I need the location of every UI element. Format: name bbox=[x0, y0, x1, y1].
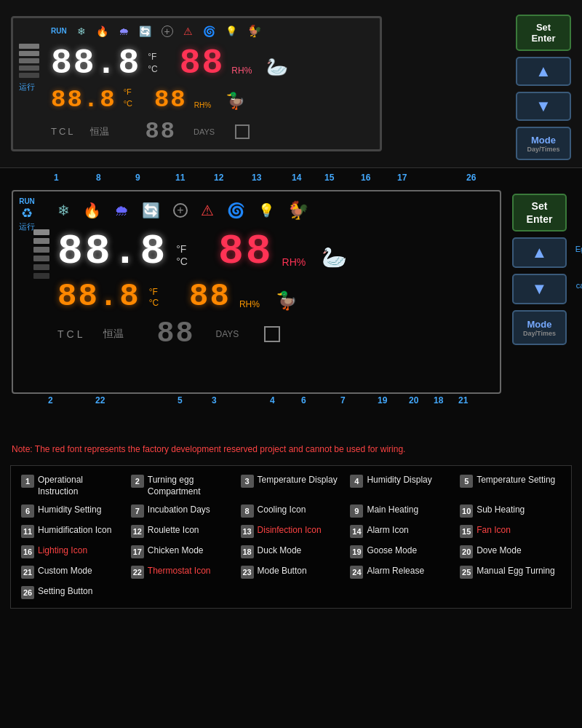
mode-button-top[interactable]: Mode Day/Times bbox=[516, 127, 571, 160]
legend-num-1: 1 bbox=[21, 475, 34, 488]
legend-item-17: 17Chicken Mode bbox=[127, 542, 236, 561]
legend-text-9: Main Heating bbox=[367, 505, 418, 516]
up-arrow-icon: ▲ bbox=[535, 62, 551, 81]
down-button-diag[interactable]: ▼ bbox=[512, 274, 567, 304]
down-button-top[interactable]: ▼ bbox=[516, 92, 571, 121]
hengwen-label-top: 恒温 bbox=[90, 125, 109, 138]
num-label-22-bot: 22 bbox=[95, 395, 105, 405]
yunxing-diag: 运行 bbox=[19, 221, 35, 232]
legend-num-2: 2 bbox=[131, 475, 144, 488]
roulette-icon-diag: 🔄 bbox=[142, 202, 160, 219]
legend-item-10: 10Sub Heating bbox=[455, 502, 565, 521]
num-label-4-bot: 4 bbox=[270, 395, 275, 405]
diag-icons-row: ❄ 🔥 🌧 🔄 + ⚠ 🌀 💡 🐓 bbox=[17, 200, 496, 221]
legend-item-26: 26Setting Button bbox=[17, 583, 127, 602]
num-label-9: 9 bbox=[135, 173, 140, 183]
sub-rh-unit-diag: RH% bbox=[239, 299, 260, 309]
legend-item-12: 12Roulette Icon bbox=[127, 522, 236, 541]
legend-num-9: 9 bbox=[350, 505, 363, 518]
legend-num-23: 23 bbox=[241, 566, 254, 579]
legend-item-6: 6Humidity Setting bbox=[17, 502, 127, 521]
diag-bar-3 bbox=[33, 247, 49, 253]
legend-text-22: Thermostat Icon bbox=[148, 566, 211, 577]
sub-humid-unit: RH% bbox=[194, 101, 211, 109]
diag-bar-4 bbox=[33, 256, 49, 261]
level-bar-1 bbox=[19, 44, 39, 49]
legend-item-25: 25Manual Egg Turning bbox=[455, 563, 565, 582]
mode-button-diag[interactable]: Mode Day/Times bbox=[512, 310, 567, 345]
legend-item-4: 4Humidity Display bbox=[346, 472, 455, 500]
legend-text-2: Turning egg Compartment bbox=[148, 475, 232, 497]
up-arrow-diag: ▲ bbox=[532, 243, 548, 262]
num-label-1: 1 bbox=[54, 173, 59, 183]
sub-humid-display: 88 bbox=[154, 86, 187, 114]
legend-num-16: 16 bbox=[21, 545, 34, 558]
diag-bar-6 bbox=[33, 273, 49, 279]
sub-temp-diag: 88.8 bbox=[57, 278, 140, 314]
num-label-7-bot: 7 bbox=[340, 395, 346, 405]
days-diag: 88 bbox=[156, 317, 194, 350]
num-label-13: 13 bbox=[252, 173, 261, 183]
diagram-inner-panel: RUN ♻ 运行 ❄ 🔥 🌧 � bbox=[12, 190, 501, 394]
fan-icon-top: 🌀 bbox=[203, 25, 215, 37]
legend-item-20: 20Dove Mode bbox=[455, 542, 565, 561]
legend-num-20: 20 bbox=[460, 545, 473, 558]
diag-sub-row: 88.8 °F °C 88 RH% 🦆 bbox=[17, 278, 496, 314]
num-label-17: 17 bbox=[397, 173, 407, 183]
bottom-number-labels: 2 22 5 3 4 6 7 19 20 18 21 bbox=[12, 395, 570, 411]
legend-num-5: 5 bbox=[460, 475, 473, 488]
legend-text-5: Temperature Setting bbox=[477, 475, 555, 486]
light-icon-top: 💡 bbox=[226, 25, 237, 36]
run-label-top: RUN bbox=[51, 27, 67, 35]
legend-num-26: 26 bbox=[21, 586, 34, 599]
legend-item-1: 1Operational Instruction bbox=[17, 472, 127, 500]
goose-icon-top: 🦢 bbox=[266, 57, 288, 77]
set-enter-button-diag[interactable]: Set Enter bbox=[512, 194, 567, 232]
rain-icon-top: 🌧 bbox=[119, 25, 129, 37]
legend-num-12: 12 bbox=[131, 525, 144, 538]
legend-num-4: 4 bbox=[350, 475, 363, 488]
up-button-top[interactable]: ▲ bbox=[516, 57, 571, 86]
main-humid-display: 88 bbox=[180, 44, 225, 83]
days-unit-diag: DAYS bbox=[215, 329, 239, 339]
right-buttons-diag: Set Enter ▲ Egg turning — 25 ▼ cancel al… bbox=[509, 190, 570, 345]
run-indicator-diag: RUN ♻ 运行 bbox=[19, 197, 35, 232]
chicken-icon-top: 🐓 bbox=[247, 24, 262, 38]
daytimes-label-diag: Day/Times bbox=[523, 330, 556, 337]
main-temp-unit-diag: °F °C bbox=[176, 243, 188, 268]
legend-item-16: 16Lighting Icon bbox=[17, 542, 127, 561]
num-label-26: 26 bbox=[466, 173, 476, 183]
alarm-icon-top: ⚠ bbox=[183, 25, 193, 37]
legend-text-6: Humidity Setting bbox=[38, 505, 101, 516]
down-arrow-diag: ▼ bbox=[532, 280, 548, 298]
snowflake-icon-top: ❄ bbox=[77, 25, 86, 37]
level-bar-2 bbox=[19, 51, 39, 56]
set-enter-button-top[interactable]: Set Enter bbox=[516, 15, 571, 51]
days-label-top: DAYS bbox=[194, 127, 215, 136]
main-temp-diag: 88.8 bbox=[57, 228, 167, 275]
legend-text-1: Operational Instruction bbox=[38, 475, 122, 497]
legend-item-19: 19Goose Mode bbox=[346, 542, 455, 561]
up-button-diag[interactable]: ▲ bbox=[512, 237, 567, 268]
sub-humid-diag: 88 bbox=[189, 278, 231, 314]
legend-item-22: 22Thermostat Icon bbox=[127, 563, 236, 582]
legend-num-8: 8 bbox=[241, 505, 254, 518]
legend-grid: 1Operational Instruction2Turning egg Com… bbox=[17, 472, 565, 602]
flame-icon-diag: 🔥 bbox=[83, 202, 101, 219]
legend-num-6: 6 bbox=[21, 505, 34, 518]
legend-item-13: 13Disinfection Icon bbox=[236, 522, 346, 541]
main-temp-display: 88.8 bbox=[51, 44, 140, 83]
legend-text-25: Manual Egg Turning bbox=[477, 566, 554, 577]
goose-icon-diag: 🦢 bbox=[322, 245, 347, 269]
days-display-top: 88 bbox=[146, 118, 176, 145]
num-label-6-bot: 6 bbox=[301, 395, 306, 405]
num-label-14: 14 bbox=[292, 173, 301, 183]
day-times-label: Day/Times bbox=[527, 146, 560, 153]
note-section: Note: The red font represents the factor… bbox=[12, 442, 570, 455]
num-label-19-bot: 19 bbox=[378, 395, 387, 405]
note-text: Note: The red font represents the factor… bbox=[12, 444, 405, 454]
legend-item-15: 15Fan Icon bbox=[455, 522, 565, 541]
main-humid-diag: 88 bbox=[218, 228, 274, 275]
legend-num-11: 11 bbox=[21, 525, 34, 538]
tcl-label-diag: TCL bbox=[57, 328, 85, 340]
